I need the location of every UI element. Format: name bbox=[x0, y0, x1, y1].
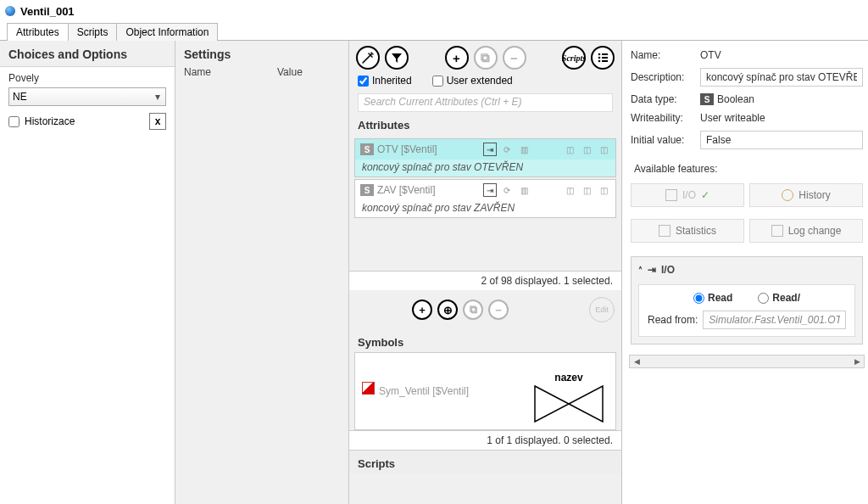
wand-icon[interactable] bbox=[356, 46, 380, 70]
feature-logchange-button[interactable]: Log change bbox=[749, 219, 863, 243]
graph-icon: ◫ bbox=[597, 183, 610, 197]
historizace-label: Historizace bbox=[25, 115, 75, 127]
attribute-desc: koncový spínač pro stav OTEVŘEN bbox=[355, 160, 615, 176]
tab-scripts[interactable]: Scripts bbox=[68, 23, 118, 41]
remove-button: − bbox=[503, 46, 526, 70]
attribute-name: ZAV [$Ventil] bbox=[377, 184, 435, 196]
historizace-clear-button[interactable]: x bbox=[149, 113, 166, 130]
add-symbol-button[interactable]: + bbox=[412, 300, 432, 320]
list-icon[interactable] bbox=[591, 46, 615, 70]
attribute-row-zav[interactable]: S ZAV [$Ventil] ⇥ ⟳ ▥ ◫ ◫ ◫ koncový spín… bbox=[354, 179, 616, 218]
features-label: Available features: bbox=[626, 158, 868, 180]
symbols-status: 1 of 1 displayed. 0 selected. bbox=[349, 430, 621, 450]
symbol-item[interactable]: Sym_Ventil [$Ventil] nazev bbox=[354, 352, 616, 430]
duplicate-symbol-button: ⧉ bbox=[463, 300, 483, 320]
prop-write-value: User writeable bbox=[700, 112, 863, 124]
prop-write-label: Writeability: bbox=[631, 112, 697, 124]
prop-type-label: Data type: bbox=[631, 93, 697, 105]
type-badge-icon: S bbox=[360, 143, 374, 155]
attributes-status: 2 of 98 displayed. 1 selected. bbox=[349, 271, 621, 290]
attribute-desc: koncový spínač pro stav ZAVŘEN bbox=[355, 200, 615, 217]
attributes-panel: + ⧉ − Scripts Inherited User extended Se… bbox=[349, 41, 622, 504]
remove-symbol-button: − bbox=[488, 300, 509, 320]
settings-col-name: Name bbox=[184, 66, 277, 78]
prop-init-label: Initial value: bbox=[631, 134, 697, 146]
stat-icon: ◫ bbox=[563, 183, 576, 197]
io-section-header[interactable]: ˄ ⇥ I/O bbox=[638, 264, 855, 276]
choices-panel: Choices and Options Povely NE ▾ Historiz… bbox=[0, 41, 175, 504]
history-icon bbox=[782, 189, 793, 201]
add-linked-symbol-button[interactable]: ⊕ bbox=[437, 300, 458, 320]
svg-point-0 bbox=[598, 53, 601, 56]
choices-header: Choices and Options bbox=[0, 41, 175, 67]
valve-graphic: nazev bbox=[534, 372, 604, 423]
log-icon: ◫ bbox=[580, 143, 593, 156]
scripts-icon[interactable]: Scripts bbox=[562, 46, 586, 70]
io-readwrite-radio[interactable]: Read/ bbox=[758, 292, 800, 304]
io-icon bbox=[665, 189, 677, 201]
settings-col-value: Value bbox=[277, 66, 340, 78]
attribute-name: OTV [$Ventil] bbox=[377, 143, 437, 155]
attributes-section-title: Attributes bbox=[349, 112, 621, 135]
scripts-section-title: Scripts bbox=[349, 450, 621, 473]
inherited-checkbox[interactable]: Inherited bbox=[358, 75, 412, 87]
prop-name-value: OTV bbox=[700, 49, 863, 61]
history-mini-icon: ⟳ bbox=[500, 183, 514, 197]
valve-label: nazev bbox=[534, 372, 604, 384]
prop-desc-label: Description: bbox=[631, 71, 697, 83]
svg-rect-5 bbox=[602, 60, 608, 62]
io-read-radio[interactable]: Read bbox=[693, 292, 732, 304]
history-mini-icon: ⟳ bbox=[500, 143, 514, 156]
main-tabs: Attributes Scripts Object Information bbox=[0, 22, 868, 41]
symbols-section-title: Symbols bbox=[349, 329, 621, 352]
povely-combo[interactable]: NE ▾ bbox=[8, 87, 166, 106]
chart-mini-icon: ▥ bbox=[517, 143, 531, 156]
user-extended-checkbox[interactable]: User extended bbox=[432, 75, 513, 87]
io-mini-icon: ⇥ bbox=[483, 143, 497, 156]
app-icon bbox=[5, 6, 15, 16]
settings-panel: Settings Name Value bbox=[175, 41, 349, 504]
settings-header: Settings bbox=[175, 41, 348, 63]
povely-label: Povely bbox=[8, 72, 166, 84]
type-badge-icon: S bbox=[360, 184, 374, 196]
io-section: ˄ ⇥ I/O Read Read/ Read from: bbox=[631, 256, 863, 344]
stats-icon bbox=[659, 225, 670, 237]
io-arrow-icon: ⇥ bbox=[648, 264, 656, 276]
feature-io-button[interactable]: I/O✓ bbox=[631, 183, 744, 207]
feature-statistics-button[interactable]: Statistics bbox=[631, 219, 744, 243]
search-input[interactable]: Search Current Attributes (Ctrl + E) bbox=[358, 93, 613, 112]
svg-rect-3 bbox=[602, 53, 608, 55]
horizontal-scrollbar[interactable]: ◀ ▶ bbox=[629, 355, 865, 368]
add-button[interactable]: + bbox=[445, 46, 469, 70]
historizace-checkbox[interactable] bbox=[8, 116, 19, 127]
tab-object-info[interactable]: Object Information bbox=[116, 23, 218, 41]
feature-history-button[interactable]: History bbox=[749, 183, 863, 207]
prop-type-value: Boolean bbox=[717, 93, 863, 105]
chevron-down-icon: ▾ bbox=[153, 91, 162, 103]
readfrom-label: Read from: bbox=[648, 314, 698, 326]
prop-desc-input[interactable] bbox=[700, 68, 863, 87]
symbols-toolbar: + ⊕ ⧉ − Edit bbox=[349, 290, 621, 329]
log-icon bbox=[771, 225, 783, 237]
svg-rect-4 bbox=[602, 57, 608, 59]
duplicate-button: ⧉ bbox=[474, 46, 498, 70]
readfrom-input[interactable] bbox=[703, 311, 846, 329]
log-icon: ◫ bbox=[580, 183, 593, 197]
io-mini-icon: ⇥ bbox=[483, 183, 497, 197]
svg-point-1 bbox=[598, 57, 601, 59]
scroll-right-icon[interactable]: ▶ bbox=[850, 356, 864, 367]
prop-init-input[interactable] bbox=[700, 131, 863, 149]
tab-attributes[interactable]: Attributes bbox=[7, 23, 69, 41]
scroll-left-icon[interactable]: ◀ bbox=[630, 356, 643, 367]
graph-icon: ◫ bbox=[597, 143, 610, 156]
attributes-toolbar: + ⧉ − Scripts bbox=[349, 41, 621, 73]
prop-name-label: Name: bbox=[631, 49, 697, 61]
caret-up-icon: ˄ bbox=[638, 266, 643, 275]
filter-icon[interactable] bbox=[385, 46, 409, 70]
edit-symbol-button: Edit bbox=[589, 297, 615, 322]
properties-panel: Name: OTV Description: Data type: S Bool… bbox=[622, 41, 868, 504]
attribute-row-otv[interactable]: S OTV [$Ventil] ⇥ ⟳ ▥ ◫ ◫ ◫ koncový spín… bbox=[354, 138, 616, 177]
chart-mini-icon: ▥ bbox=[517, 183, 531, 197]
window-title: Ventil_001 bbox=[20, 5, 75, 18]
symbol-icon bbox=[362, 382, 375, 395]
